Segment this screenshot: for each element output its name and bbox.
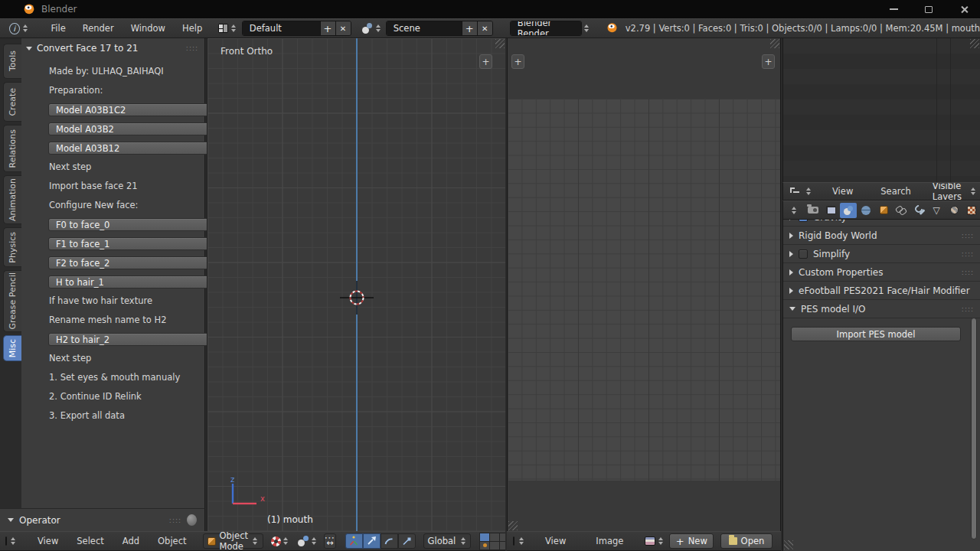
browse-image-dropdown[interactable] — [645, 536, 664, 546]
maximize-button[interactable] — [917, 2, 940, 16]
menu-add[interactable]: Add — [114, 536, 148, 546]
manipulator-rotate-button[interactable] — [381, 533, 398, 549]
expand-toolshelf-region-button[interactable] — [511, 54, 524, 69]
scene-selector[interactable]: Scene — [386, 21, 493, 36]
simplify-checkbox[interactable] — [799, 249, 808, 259]
render-engine-selector[interactable]: Blender Render — [510, 21, 582, 36]
tab-create[interactable]: Create — [3, 82, 21, 122]
expand-properties-region-button[interactable] — [762, 54, 775, 69]
tab-grease-pencil[interactable]: Grease Pencil — [3, 270, 21, 332]
menu-image[interactable]: Image — [587, 536, 632, 546]
screen-layout-icon[interactable] — [218, 24, 228, 33]
render-engine-value[interactable]: Blender Render — [511, 21, 581, 35]
shelf-button-h-hair1[interactable]: H to hair_1 — [48, 276, 220, 289]
panel-grip[interactable] — [186, 44, 198, 52]
editor-type-arrows[interactable] — [792, 207, 796, 214]
panel-efootball-modifier[interactable]: eFootball PES2021 Face/Hair Modifier — [783, 282, 980, 300]
manipulator-scale-button[interactable] — [398, 533, 416, 549]
shelf-button-h2-hair2[interactable]: H2 to hair_2 — [48, 333, 220, 346]
menu-file[interactable]: File — [42, 23, 74, 34]
region-resize-grip[interactable] — [770, 39, 779, 48]
tab-texture[interactable] — [963, 203, 980, 218]
menu-render[interactable]: Render — [74, 23, 122, 34]
scene-icon[interactable] — [362, 23, 373, 34]
add-scene-button[interactable] — [462, 21, 477, 35]
expand-properties-region-button[interactable] — [479, 54, 492, 69]
operator-handle[interactable] — [187, 514, 197, 526]
remove-layout-button[interactable] — [335, 21, 351, 35]
layer-cell-has-objects[interactable] — [480, 542, 489, 549]
tab-material[interactable] — [946, 203, 962, 218]
region-resize-grip[interactable] — [784, 540, 793, 549]
tab-misc[interactable]: Misc — [3, 335, 21, 361]
new-image-button[interactable]: + New — [669, 533, 714, 549]
editor-type-arrows[interactable] — [23, 24, 29, 32]
tab-modifiers[interactable] — [910, 203, 927, 218]
tab-physics[interactable]: Physics — [3, 227, 21, 267]
layers-widget[interactable] — [479, 533, 505, 550]
info-editor-icon[interactable] — [9, 23, 20, 34]
tab-constraints[interactable] — [893, 203, 910, 218]
shelf-button-model-a03b1c2[interactable]: Model A03B1C2 — [48, 103, 220, 116]
tab-animation[interactable]: Animation — [3, 175, 21, 224]
editor-type-arrows[interactable] — [11, 537, 15, 545]
tab-object-data[interactable] — [928, 203, 945, 218]
tab-tools[interactable]: Tools — [3, 44, 21, 79]
pivot-point-dropdown[interactable] — [271, 536, 289, 546]
panel-custom-properties[interactable]: Custom Properties — [783, 263, 980, 282]
tab-render[interactable] — [805, 203, 822, 218]
menu-window[interactable]: Window — [122, 23, 174, 34]
panel-gravity-clipped[interactable]: Gravity — [783, 220, 980, 227]
tab-world[interactable] — [858, 203, 874, 218]
editor-type-arrows[interactable] — [805, 187, 812, 195]
panel-pes-model-io[interactable]: PES model I/O — [783, 300, 980, 318]
manipulate-centers-toggle[interactable]: •••↔ — [324, 533, 336, 549]
menu-view[interactable]: View — [537, 536, 574, 546]
shelf-button-f2-face2[interactable]: F2 to face_2 — [48, 256, 220, 269]
panel-collapse-icon[interactable] — [26, 47, 32, 51]
region-resize-grip[interactable] — [970, 39, 979, 48]
viewport-shading-dropdown[interactable] — [298, 536, 318, 546]
layer-cell-active[interactable] — [480, 533, 489, 541]
menu-select[interactable]: Select — [68, 536, 112, 546]
mode-dropdown[interactable]: Object Mode — [203, 533, 263, 549]
editor-type-image-icon[interactable] — [513, 536, 514, 546]
menu-view[interactable]: View — [29, 536, 67, 546]
region-resize-grip[interactable] — [495, 39, 505, 48]
menu-help[interactable]: Help — [174, 23, 211, 34]
screen-layout-value[interactable]: Default — [243, 21, 320, 35]
manipulator-axes-toggle[interactable] — [345, 533, 363, 549]
editor-type-3dview-icon[interactable] — [5, 536, 7, 546]
shelf-button-f1-face1[interactable]: F1 to face_1 — [48, 237, 220, 250]
image-editor-region[interactable] — [507, 38, 781, 531]
tab-relations[interactable]: Relations — [3, 125, 21, 172]
panel-simplify[interactable]: Simplify — [783, 245, 980, 263]
panel-rigid-body-world[interactable]: Rigid Body World — [783, 227, 980, 245]
remove-scene-button[interactable] — [477, 21, 492, 35]
tab-scene[interactable] — [840, 203, 857, 218]
properties-scrollbar[interactable] — [971, 318, 977, 540]
shelf-button-model-a03b12[interactable]: Model A03B12 — [48, 142, 220, 155]
outliner-region[interactable] — [782, 38, 980, 182]
editor-type-arrows[interactable] — [519, 537, 524, 545]
menu-object[interactable]: Object — [149, 536, 194, 546]
add-layout-button[interactable] — [320, 21, 335, 35]
viewport-3d[interactable]: Front Ortho z x (1) mouth — [207, 38, 505, 531]
minimize-button[interactable] — [882, 2, 905, 16]
tab-render-layers[interactable] — [822, 203, 839, 218]
import-pes-model-button[interactable]: Import PES model — [791, 327, 961, 341]
manipulator-translate-button[interactable] — [363, 533, 381, 549]
screen-layout-selector[interactable]: Default — [242, 21, 351, 36]
orientation-dropdown[interactable]: Global — [423, 533, 472, 549]
editor-type-outliner-icon[interactable] — [789, 187, 801, 196]
menu-search[interactable]: Search — [872, 186, 920, 197]
menu-view[interactable]: View — [824, 186, 861, 197]
shelf-button-model-a03b2[interactable]: Model A03B2 — [48, 122, 220, 135]
operator-grip[interactable] — [169, 517, 181, 524]
open-image-button[interactable]: Open — [720, 533, 773, 549]
gravity-checkbox[interactable] — [799, 220, 808, 222]
scene-value[interactable]: Scene — [387, 21, 462, 35]
outliner-display-mode-dropdown[interactable]: Visible Layers — [929, 184, 980, 199]
close-button[interactable] — [952, 2, 975, 16]
shelf-button-f0-face0[interactable]: F0 to face_0 — [48, 218, 220, 231]
